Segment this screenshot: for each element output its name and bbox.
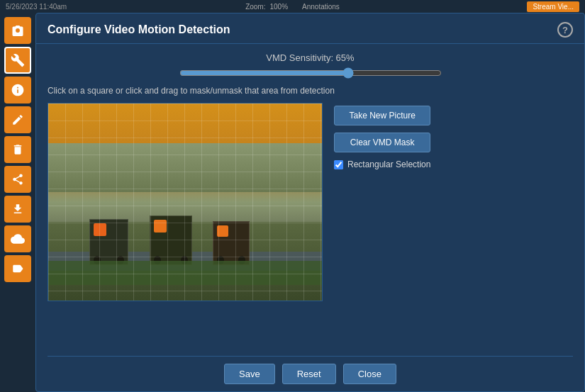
sensitivity-label: VMD Sensitivity: 65% xyxy=(266,52,354,63)
help-button[interactable]: ? xyxy=(557,22,573,38)
rectangular-selection-checkbox[interactable] xyxy=(334,160,343,169)
sidebar-btn-share[interactable] xyxy=(4,166,31,193)
vmd-image-container[interactable] xyxy=(48,103,323,301)
zoom-label: Zoom: xyxy=(245,3,265,11)
sidebar-btn-tag[interactable] xyxy=(4,255,31,282)
share-icon xyxy=(11,173,24,186)
top-bar-center: Zoom: 100% Annotations xyxy=(245,3,340,11)
camera-icon xyxy=(11,23,25,38)
cloud-icon xyxy=(11,232,25,246)
tag-icon xyxy=(11,262,24,275)
annotations-label: Annotations xyxy=(302,3,340,11)
info-icon xyxy=(11,83,25,97)
instruction-text: Click on a square or click and drag to m… xyxy=(48,86,573,96)
sidebar-btn-info[interactable] xyxy=(4,77,31,103)
vmd-dialog: Configure Video Motion Detection ? VMD S… xyxy=(35,13,585,392)
save-button[interactable]: Save xyxy=(224,364,275,384)
timestamp: 5/26/2023 11:40am xyxy=(6,3,67,11)
sidebar-btn-delete[interactable] xyxy=(4,136,31,163)
sidebar-btn-cloud[interactable] xyxy=(4,225,31,252)
sensitivity-slider[interactable] xyxy=(179,67,442,79)
dialog-header: Configure Video Motion Detection ? xyxy=(36,13,584,44)
top-bar: 5/26/2023 11:40am Zoom: 100% Annotations… xyxy=(0,0,585,13)
rectangular-selection-label[interactable]: Rectangular Selection xyxy=(347,159,430,169)
dialog-body: VMD Sensitivity: 65% Click on a square o… xyxy=(36,44,584,356)
tools-icon xyxy=(11,53,25,67)
dialog-footer: Save Reset Close xyxy=(36,357,584,391)
zoom-control: Zoom: 100% xyxy=(245,3,288,11)
grid-overlay xyxy=(48,103,322,301)
sidebar-btn-edit[interactable] xyxy=(4,106,31,133)
right-controls: Take New Picture Clear VMD Mask Rectangu… xyxy=(334,103,430,347)
sidebar-btn-camera[interactable] xyxy=(4,17,31,44)
sidebar-btn-export[interactable] xyxy=(4,196,31,223)
take-new-picture-button[interactable]: Take New Picture xyxy=(334,106,430,125)
close-button[interactable]: Close xyxy=(343,364,396,384)
dialog-title: Configure Video Motion Detection xyxy=(48,23,230,36)
sidebar xyxy=(0,13,35,392)
delete-icon xyxy=(11,143,24,156)
top-bar-right: Stream Vie... xyxy=(527,0,579,13)
sidebar-btn-tools[interactable] xyxy=(4,47,31,74)
reset-button[interactable]: Reset xyxy=(282,364,336,384)
clear-vmd-mask-button[interactable]: Clear VMD Mask xyxy=(334,133,430,152)
export-icon xyxy=(11,203,24,215)
zoom-value: 100% xyxy=(269,3,288,11)
rectangular-selection-row: Rectangular Selection xyxy=(334,159,430,169)
stream-view-button[interactable]: Stream Vie... xyxy=(527,1,579,12)
sensitivity-slider-row: VMD Sensitivity: 65% xyxy=(48,52,573,79)
content-area: Take New Picture Clear VMD Mask Rectangu… xyxy=(48,103,573,347)
edit-icon xyxy=(11,113,24,126)
